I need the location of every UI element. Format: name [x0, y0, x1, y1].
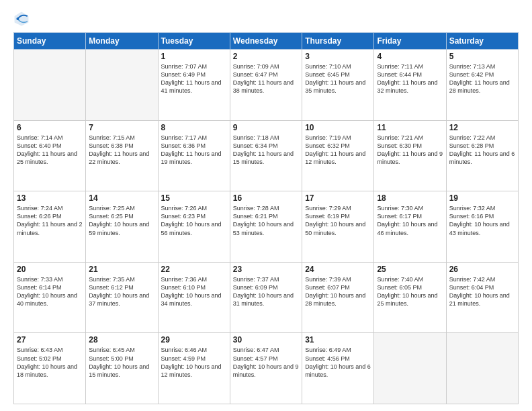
cell-info: Sunrise: 7:39 AM Sunset: 6:07 PM Dayligh…: [305, 275, 371, 308]
day-number: 4: [377, 52, 443, 61]
day-number: 1: [161, 52, 227, 61]
day-number: 20: [17, 265, 83, 274]
cell-info: Sunrise: 7:33 AM Sunset: 6:14 PM Dayligh…: [17, 275, 83, 308]
cell-info: Sunrise: 7:25 AM Sunset: 6:25 PM Dayligh…: [89, 204, 154, 237]
cell-info: Sunrise: 7:13 AM Sunset: 6:42 PM Dayligh…: [449, 62, 515, 95]
svg-point-1: [16, 17, 19, 20]
cell-info: Sunrise: 6:49 AM Sunset: 4:56 PM Dayligh…: [305, 346, 371, 379]
calendar-cell: 2Sunrise: 7:09 AM Sunset: 6:47 PM Daylig…: [230, 50, 302, 121]
calendar-cell: 10Sunrise: 7:19 AM Sunset: 6:32 PM Dayli…: [302, 120, 374, 191]
calendar-cell: 23Sunrise: 7:37 AM Sunset: 6:09 PM Dayli…: [230, 262, 302, 333]
calendar-cell: 24Sunrise: 7:39 AM Sunset: 6:07 PM Dayli…: [302, 262, 374, 333]
calendar-cell: 15Sunrise: 7:26 AM Sunset: 6:23 PM Dayli…: [158, 191, 230, 263]
calendar-cell: 8Sunrise: 7:17 AM Sunset: 6:36 PM Daylig…: [158, 120, 230, 191]
cell-info: Sunrise: 7:07 AM Sunset: 6:49 PM Dayligh…: [161, 62, 227, 95]
calendar-cell: 1Sunrise: 7:07 AM Sunset: 6:49 PM Daylig…: [158, 50, 230, 121]
day-number: 7: [89, 123, 154, 132]
day-number: 6: [17, 123, 83, 132]
logo: [13, 11, 34, 27]
calendar-cell: 21Sunrise: 7:35 AM Sunset: 6:12 PM Dayli…: [86, 262, 158, 333]
day-number: 21: [89, 265, 154, 274]
calendar-cell: 31Sunrise: 6:49 AM Sunset: 4:56 PM Dayli…: [302, 333, 374, 404]
day-number: 11: [377, 123, 443, 132]
cell-info: Sunrise: 6:45 AM Sunset: 5:00 PM Dayligh…: [89, 346, 154, 379]
cell-info: Sunrise: 7:36 AM Sunset: 6:10 PM Dayligh…: [161, 275, 227, 308]
cell-info: Sunrise: 7:22 AM Sunset: 6:28 PM Dayligh…: [449, 134, 515, 167]
cell-info: Sunrise: 7:32 AM Sunset: 6:16 PM Dayligh…: [449, 204, 515, 237]
page: SundayMondayTuesdayWednesdayThursdayFrid…: [0, 0, 532, 411]
cell-info: Sunrise: 7:09 AM Sunset: 6:47 PM Dayligh…: [233, 62, 299, 95]
calendar-cell: [86, 50, 158, 121]
weekday-header-tuesday: Tuesday: [158, 33, 230, 50]
cell-info: Sunrise: 7:40 AM Sunset: 6:05 PM Dayligh…: [377, 275, 443, 308]
calendar-cell: 5Sunrise: 7:13 AM Sunset: 6:42 PM Daylig…: [446, 50, 518, 121]
day-number: 13: [17, 193, 83, 203]
day-number: 27: [17, 335, 83, 345]
cell-info: Sunrise: 6:47 AM Sunset: 4:57 PM Dayligh…: [233, 346, 299, 379]
calendar-cell: 6Sunrise: 7:14 AM Sunset: 6:40 PM Daylig…: [14, 120, 86, 191]
day-number: 18: [377, 193, 443, 203]
day-number: 9: [233, 123, 299, 132]
calendar-cell: 22Sunrise: 7:36 AM Sunset: 6:10 PM Dayli…: [158, 262, 230, 333]
calendar-cell: 7Sunrise: 7:15 AM Sunset: 6:38 PM Daylig…: [86, 120, 158, 191]
cell-info: Sunrise: 7:10 AM Sunset: 6:45 PM Dayligh…: [305, 62, 371, 95]
week-row-2: 6Sunrise: 7:14 AM Sunset: 6:40 PM Daylig…: [14, 120, 519, 191]
calendar-cell: 11Sunrise: 7:21 AM Sunset: 6:30 PM Dayli…: [374, 120, 446, 191]
weekday-header-thursday: Thursday: [302, 33, 374, 50]
weekday-header-friday: Friday: [374, 33, 446, 50]
calendar-table: SundayMondayTuesdayWednesdayThursdayFrid…: [13, 32, 519, 404]
day-number: 16: [233, 193, 299, 203]
cell-info: Sunrise: 7:37 AM Sunset: 6:09 PM Dayligh…: [233, 275, 299, 308]
calendar-cell: 30Sunrise: 6:47 AM Sunset: 4:57 PM Dayli…: [230, 333, 302, 404]
day-number: 19: [449, 193, 515, 203]
week-row-1: 1Sunrise: 7:07 AM Sunset: 6:49 PM Daylig…: [14, 50, 519, 121]
cell-info: Sunrise: 7:15 AM Sunset: 6:38 PM Dayligh…: [89, 134, 154, 167]
calendar-cell: [374, 333, 446, 404]
calendar-cell: 3Sunrise: 7:10 AM Sunset: 6:45 PM Daylig…: [302, 50, 374, 121]
cell-info: Sunrise: 7:30 AM Sunset: 6:17 PM Dayligh…: [377, 204, 443, 237]
cell-info: Sunrise: 7:18 AM Sunset: 6:34 PM Dayligh…: [233, 134, 299, 167]
day-number: 12: [449, 123, 515, 132]
day-number: 17: [305, 193, 371, 203]
calendar-cell: 26Sunrise: 7:42 AM Sunset: 6:04 PM Dayli…: [446, 262, 518, 333]
calendar-cell: 20Sunrise: 7:33 AM Sunset: 6:14 PM Dayli…: [14, 262, 86, 333]
day-number: 5: [449, 52, 515, 61]
cell-info: Sunrise: 6:43 AM Sunset: 5:02 PM Dayligh…: [17, 346, 83, 379]
cell-info: Sunrise: 7:21 AM Sunset: 6:30 PM Dayligh…: [377, 134, 443, 167]
calendar-cell: 19Sunrise: 7:32 AM Sunset: 6:16 PM Dayli…: [446, 191, 518, 263]
day-number: 30: [233, 335, 299, 345]
day-number: 23: [233, 265, 299, 274]
weekday-header-saturday: Saturday: [446, 33, 518, 50]
day-number: 3: [305, 52, 371, 61]
week-row-3: 13Sunrise: 7:24 AM Sunset: 6:26 PM Dayli…: [14, 191, 519, 263]
calendar-cell: 25Sunrise: 7:40 AM Sunset: 6:05 PM Dayli…: [374, 262, 446, 333]
day-number: 31: [305, 335, 371, 345]
day-number: 25: [377, 265, 443, 274]
header: [13, 11, 519, 27]
calendar-cell: [446, 333, 518, 404]
calendar-cell: 4Sunrise: 7:11 AM Sunset: 6:44 PM Daylig…: [374, 50, 446, 121]
day-number: 14: [89, 193, 154, 203]
generalblue-icon: [13, 11, 30, 27]
calendar-cell: 28Sunrise: 6:45 AM Sunset: 5:00 PM Dayli…: [86, 333, 158, 404]
cell-info: Sunrise: 7:29 AM Sunset: 6:19 PM Dayligh…: [305, 204, 371, 237]
day-number: 28: [89, 335, 154, 345]
cell-info: Sunrise: 7:17 AM Sunset: 6:36 PM Dayligh…: [161, 134, 227, 167]
cell-info: Sunrise: 7:42 AM Sunset: 6:04 PM Dayligh…: [449, 275, 515, 308]
week-row-5: 27Sunrise: 6:43 AM Sunset: 5:02 PM Dayli…: [14, 333, 519, 404]
cell-info: Sunrise: 7:14 AM Sunset: 6:40 PM Dayligh…: [17, 134, 83, 167]
cell-info: Sunrise: 6:46 AM Sunset: 4:59 PM Dayligh…: [161, 346, 227, 379]
calendar-cell: 27Sunrise: 6:43 AM Sunset: 5:02 PM Dayli…: [14, 333, 86, 404]
cell-info: Sunrise: 7:19 AM Sunset: 6:32 PM Dayligh…: [305, 134, 371, 167]
day-number: 15: [161, 193, 227, 203]
day-number: 26: [449, 265, 515, 274]
calendar-cell: 13Sunrise: 7:24 AM Sunset: 6:26 PM Dayli…: [14, 191, 86, 263]
day-number: 24: [305, 265, 371, 274]
calendar-cell: 16Sunrise: 7:28 AM Sunset: 6:21 PM Dayli…: [230, 191, 302, 263]
calendar-cell: 18Sunrise: 7:30 AM Sunset: 6:17 PM Dayli…: [374, 191, 446, 263]
weekday-header-sunday: Sunday: [14, 33, 86, 50]
calendar-cell: 14Sunrise: 7:25 AM Sunset: 6:25 PM Dayli…: [86, 191, 158, 263]
calendar-cell: 29Sunrise: 6:46 AM Sunset: 4:59 PM Dayli…: [158, 333, 230, 404]
calendar-cell: 9Sunrise: 7:18 AM Sunset: 6:34 PM Daylig…: [230, 120, 302, 191]
cell-info: Sunrise: 7:28 AM Sunset: 6:21 PM Dayligh…: [233, 204, 299, 237]
